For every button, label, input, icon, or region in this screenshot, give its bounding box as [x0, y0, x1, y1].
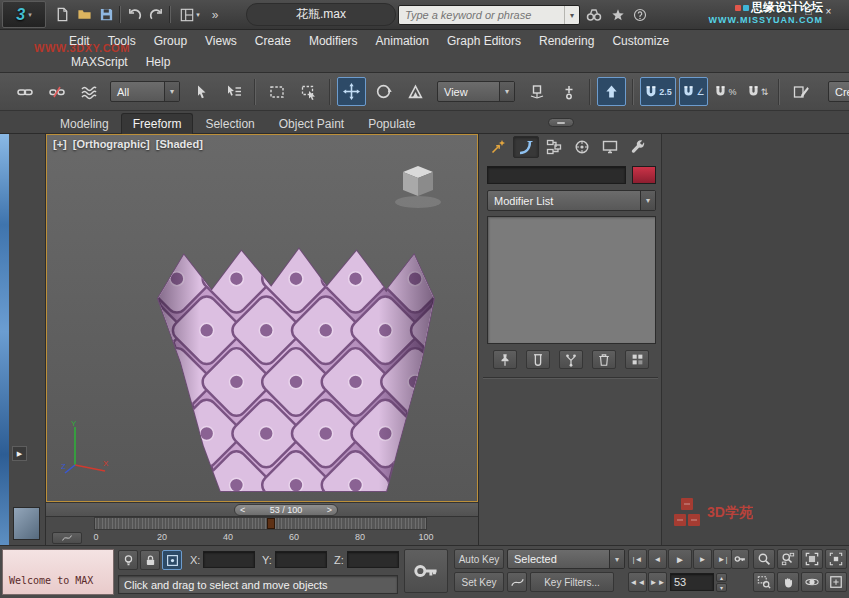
modifier-list-dropdown[interactable]: Modifier List ▾ [487, 190, 656, 211]
bind-to-space-warp-button[interactable] [74, 77, 103, 106]
ribbon-tab-populate[interactable]: Populate [356, 113, 427, 134]
tab-utilities[interactable] [625, 136, 651, 158]
object-color-swatch[interactable] [632, 166, 656, 184]
zoom-button[interactable] [753, 549, 775, 569]
help-button[interactable] [630, 5, 650, 25]
configure-modifier-sets-button[interactable] [625, 350, 649, 369]
search-button[interactable] [584, 5, 604, 25]
absolute-offset-mode-toggle[interactable] [162, 550, 182, 570]
time-slider-thumb[interactable]: < 53 / 100 > [234, 504, 338, 516]
isolate-selection-toggle[interactable] [118, 550, 138, 570]
viewport-menu-plus[interactable]: [+] [53, 138, 67, 150]
next-key-button[interactable]: ►► [648, 572, 667, 592]
set-key-button[interactable]: Set Key [454, 572, 504, 592]
open-file-button[interactable] [74, 4, 95, 25]
pan-view-button[interactable] [777, 572, 799, 592]
menu-maxscript[interactable]: MAXScript [62, 52, 137, 72]
tab-hierarchy[interactable] [541, 136, 567, 158]
default-in-out-tangents-button[interactable] [507, 572, 527, 592]
unlink-selection-button[interactable] [42, 77, 71, 106]
rectangular-selection-region-button[interactable] [262, 77, 291, 106]
redo-button[interactable] [146, 4, 167, 25]
keyboard-shortcut-override-button[interactable] [597, 77, 626, 106]
menu-graph-editors[interactable]: Graph Editors [438, 31, 530, 51]
viewport-menu-shading[interactable]: [Shaded] [156, 138, 203, 150]
mini-curve-editor-button[interactable] [52, 532, 82, 544]
snaps-toggle-button[interactable]: 2.5 [640, 77, 676, 106]
menu-views[interactable]: Views [196, 31, 246, 51]
select-by-name-button[interactable] [219, 77, 248, 106]
select-and-move-button[interactable] [337, 77, 366, 106]
current-frame-field[interactable] [670, 573, 714, 591]
named-selection-sets-dropdown[interactable]: Create Selection ▾ [828, 81, 849, 102]
percent-snap-toggle-button[interactable]: % [711, 77, 740, 106]
time-slider-track[interactable]: < 53 / 100 > [46, 502, 478, 517]
auto-key-button[interactable]: Auto Key [454, 549, 504, 569]
key-mode-toggle[interactable] [731, 549, 749, 569]
selection-filter-dropdown[interactable]: All ▾ [110, 81, 180, 102]
go-to-end-button[interactable]: ►| [713, 549, 732, 569]
zoom-extents-button[interactable] [801, 549, 823, 569]
ribbon-tab-selection[interactable]: Selection [193, 113, 266, 134]
select-and-rotate-button[interactable] [369, 77, 398, 106]
time-slider-prev-arrow[interactable]: < [240, 505, 245, 515]
tab-create[interactable] [485, 136, 511, 158]
maxscript-mini-listener[interactable]: Welcome to MAX [2, 549, 114, 595]
workspace-button[interactable]: ▾ [176, 4, 204, 25]
tab-motion[interactable] [569, 136, 595, 158]
application-menu-button[interactable]: 3 ▾ [2, 1, 46, 28]
search-input[interactable] [399, 9, 564, 21]
menu-create[interactable]: Create [246, 31, 300, 51]
play-animation-button[interactable]: ► [668, 549, 692, 569]
zoom-region-button[interactable] [753, 572, 775, 592]
angle-snap-toggle-button[interactable]: ∠ [679, 77, 708, 106]
zoom-all-button[interactable] [777, 549, 799, 569]
viewport-menu-view[interactable]: [Orthographic] [73, 138, 150, 150]
save-file-button[interactable] [96, 4, 117, 25]
track-bar-ruler[interactable] [94, 517, 427, 530]
viewcube[interactable] [387, 157, 451, 211]
maximize-viewport-toggle[interactable] [825, 572, 847, 592]
tab-modify[interactable] [513, 136, 539, 158]
menu-animation[interactable]: Animation [367, 31, 438, 51]
spinner-snap-toggle-button[interactable]: ⇅ [743, 77, 772, 106]
reference-coordinate-dropdown[interactable]: View ▾ [437, 81, 515, 102]
maximize-button[interactable]: □ [800, 4, 817, 19]
close-button[interactable]: × [820, 4, 837, 19]
select-and-manipulate-button[interactable] [554, 77, 583, 106]
undo-button[interactable] [124, 4, 145, 25]
minimize-button[interactable]: ─ [780, 4, 797, 19]
quick-access-more-button[interactable]: » [208, 4, 222, 25]
edit-named-selection-sets-button[interactable] [786, 77, 815, 106]
search-options-button[interactable]: ▾ [564, 6, 579, 24]
selection-lock-toggle[interactable] [140, 550, 160, 570]
show-end-result-button[interactable] [526, 350, 550, 369]
pin-stack-button[interactable] [493, 350, 517, 369]
remove-modifier-button[interactable] [592, 350, 616, 369]
viewport-orthographic[interactable]: [+] [Orthographic] [Shaded] [46, 134, 478, 502]
ribbon-minimize-toggle[interactable] [548, 118, 574, 127]
menu-customize[interactable]: Customize [603, 31, 678, 51]
modifier-stack[interactable] [487, 216, 656, 344]
window-crossing-toggle-button[interactable] [294, 77, 323, 106]
set-keys-button[interactable] [404, 549, 448, 593]
menu-modifiers[interactable]: Modifiers [300, 31, 367, 51]
menu-group[interactable]: Group [145, 31, 196, 51]
layout-tabs-arrow-button[interactable]: ▶ [12, 446, 27, 461]
select-object-button[interactable] [187, 77, 216, 106]
transform-x-field[interactable] [203, 551, 255, 568]
transform-z-field[interactable] [347, 551, 399, 568]
time-slider-next-arrow[interactable]: > [327, 505, 332, 515]
object-name-field[interactable] [487, 166, 626, 184]
viewport-layout-tab[interactable] [13, 507, 40, 540]
orbit-button[interactable] [801, 572, 823, 592]
menu-edit[interactable]: Edit [60, 31, 99, 51]
menu-help[interactable]: Help [137, 52, 180, 72]
new-scene-button[interactable] [52, 4, 73, 25]
use-pivot-point-center-button[interactable] [522, 77, 551, 106]
zoom-extents-all-button[interactable] [825, 549, 847, 569]
frame-spin-down-button[interactable]: ▾ [716, 583, 727, 592]
ribbon-tab-freeform[interactable]: Freeform [121, 113, 194, 134]
select-and-scale-button[interactable] [401, 77, 430, 106]
favorites-button[interactable] [608, 5, 628, 25]
